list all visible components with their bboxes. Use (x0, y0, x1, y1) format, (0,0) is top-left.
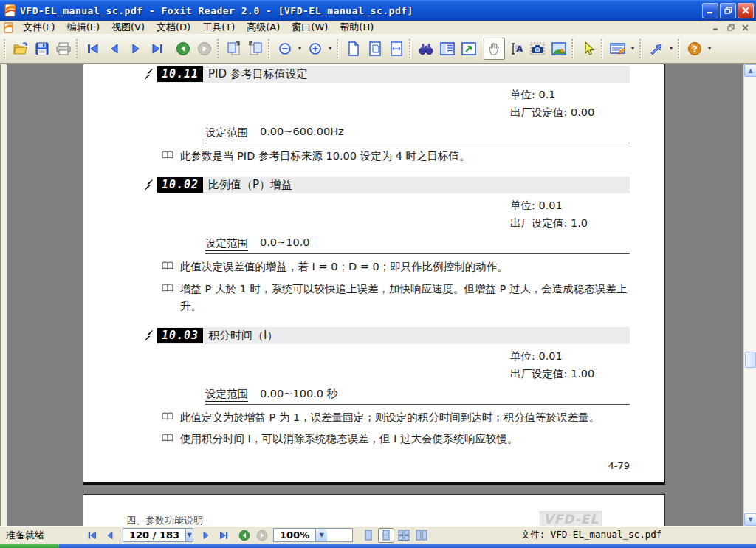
scroll-down-button[interactable]: ▼ (744, 513, 756, 526)
setting-range-value: 0.0~10.0 (260, 236, 310, 250)
restore-button[interactable] (720, 3, 736, 18)
full-screen-button[interactable] (458, 38, 479, 60)
continuous-facing-layout-icon (416, 530, 427, 541)
minimize-button[interactable] (702, 3, 718, 18)
open-button[interactable] (10, 38, 31, 60)
fit-width-button[interactable] (385, 38, 407, 60)
menu-item[interactable]: 高级(A) (241, 21, 286, 34)
select-text-button[interactable]: A (505, 38, 526, 60)
menu-item[interactable]: 编辑(E) (61, 21, 106, 34)
go-forward-button[interactable] (193, 38, 215, 60)
page-number-value[interactable]: 120 / 183 (123, 530, 185, 541)
hand-tool-button[interactable] (484, 38, 505, 60)
titlebar: VFD-EL_manual_sc.pdf - Foxit Reader 2.0 … (0, 0, 756, 21)
single-page-layout-button[interactable] (360, 528, 377, 543)
menu-item[interactable]: 文件(F) (17, 21, 61, 34)
help-dropdown[interactable]: ▾ (705, 38, 714, 60)
mdi-close-button[interactable] (739, 22, 752, 32)
note-tool-dropdown[interactable]: ▾ (628, 38, 637, 60)
save-button[interactable] (31, 38, 52, 60)
navigation-panels-button[interactable] (436, 38, 458, 60)
select-image-button[interactable] (548, 38, 569, 60)
first-page-button[interactable] (82, 38, 103, 60)
menu-item[interactable]: 文档(D) (151, 21, 196, 34)
fit-page-button[interactable] (364, 38, 385, 60)
find-button[interactable] (415, 38, 436, 60)
start-button-edge[interactable] (0, 544, 59, 548)
actual-size-button[interactable] (343, 38, 364, 60)
toolbar-grip[interactable] (217, 39, 219, 58)
last-page-icon (219, 531, 229, 540)
prev-page-icon (106, 531, 114, 540)
back-icon (176, 41, 190, 56)
toolbar-grip[interactable] (4, 39, 6, 58)
toolbar-grip[interactable] (678, 39, 680, 58)
close-button[interactable] (738, 3, 754, 18)
status-prev-page-button[interactable] (102, 528, 118, 543)
svg-text:A: A (516, 44, 523, 54)
zoom-combo[interactable]: 100% ▼ (273, 528, 353, 542)
toolbar-grip[interactable] (268, 39, 270, 58)
fit-page-icon (368, 41, 382, 56)
zoom-out-dropdown[interactable]: ▾ (295, 38, 304, 60)
menu-item[interactable]: 工具(T) (196, 21, 241, 34)
help-button[interactable]: ? (684, 38, 705, 60)
book-icon (162, 151, 173, 160)
windows-taskbar-sliver (0, 544, 756, 548)
arrow-tool-button[interactable] (645, 38, 667, 60)
scroll-up-button[interactable]: ▲ (744, 64, 756, 77)
page-number-combo[interactable]: 120 / 183 ▼ (123, 528, 193, 542)
toolbar-grip[interactable] (639, 39, 642, 58)
extract-pages-button[interactable] (244, 38, 266, 60)
navigation-pane-edge[interactable] (0, 64, 7, 526)
status-first-page-button[interactable] (84, 528, 100, 543)
print-button[interactable] (52, 38, 74, 60)
pdf-page-number: 4-79 (608, 460, 630, 471)
status-forward-button[interactable] (254, 528, 270, 543)
mdi-minimize-button[interactable] (709, 22, 722, 32)
zoom-in-button[interactable] (304, 38, 326, 60)
prev-page-button[interactable] (103, 38, 125, 60)
status-last-page-button[interactable] (216, 528, 232, 543)
page-number-dropdown[interactable]: ▼ (185, 529, 193, 541)
toolbar-grip[interactable] (409, 39, 411, 58)
note-text: 增益 P 大於 1 时，系统可以较快追上误差，加快响应速度。但增益 P 过大，会… (180, 281, 630, 315)
status-back-button[interactable] (236, 528, 252, 543)
note-text: 此参数是当 PID 参考目标来源 10.00 设定为 4 时之目标值。 (180, 148, 470, 165)
menu-item[interactable]: 视图(V) (106, 21, 151, 34)
document-canvas[interactable]: 10.11 PID 参考目标值设定 单位: 0.1 出厂设定值: 0.00 设定… (8, 64, 743, 526)
last-page-icon (151, 43, 164, 55)
mdi-restore-button[interactable] (724, 22, 737, 32)
toolbar-grip[interactable] (571, 39, 574, 58)
insert-pages-button[interactable] (223, 38, 244, 60)
zoom-in-dropdown[interactable]: ▾ (326, 38, 334, 60)
snapshot-button[interactable] (526, 38, 548, 60)
page-navigation-group: 120 / 183 ▼ (84, 528, 232, 543)
toolbar-grip[interactable] (601, 39, 603, 58)
toolbar-grip[interactable] (76, 39, 78, 58)
menu-item[interactable]: 窗口(W) (286, 21, 334, 34)
select-annotation-button[interactable] (577, 38, 599, 60)
runtime-settable-icon (144, 179, 153, 191)
menu-item[interactable]: 帮助(H) (334, 21, 379, 34)
status-next-page-button[interactable] (198, 528, 214, 543)
vertical-scrollbar[interactable]: ▲ ▼ (743, 64, 756, 526)
zoom-dropdown[interactable]: ▼ (315, 529, 327, 541)
continuous-layout-button[interactable] (378, 528, 394, 543)
continuous-facing-layout-button[interactable] (413, 528, 430, 543)
parameter-block: 10.03 积分时间（I） 单位: 0.01 出厂设定值: 1.00 设定范围 … (83, 327, 664, 448)
snapshot-camera-icon (530, 42, 545, 55)
setting-range-value: 0.00~100.0 秒 (260, 387, 337, 401)
note-tool-button[interactable] (607, 38, 628, 60)
last-page-button[interactable] (146, 38, 168, 60)
next-page-button[interactable] (125, 38, 146, 60)
facing-layout-button[interactable] (396, 528, 412, 543)
pointer-cursor-icon (582, 41, 595, 56)
zoom-out-button[interactable] (274, 38, 295, 60)
go-back-button[interactable] (172, 38, 193, 60)
pdf-page-next-preview: 四、参数功能说明 VFD-EL (83, 494, 665, 526)
toolbar-grip[interactable] (337, 39, 339, 58)
scrollbar-thumb[interactable] (745, 352, 756, 368)
zoom-value[interactable]: 100% (274, 530, 315, 541)
arrow-tool-dropdown[interactable]: ▾ (667, 38, 676, 60)
